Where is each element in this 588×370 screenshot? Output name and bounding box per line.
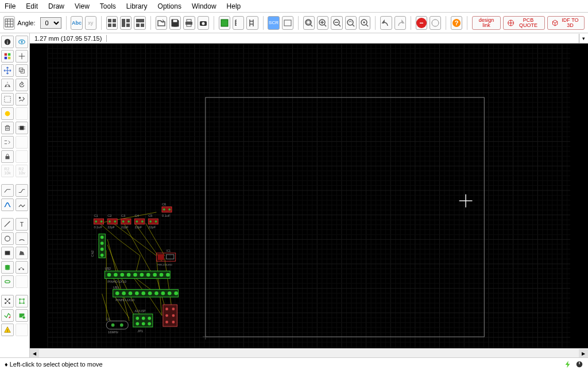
value-tool[interactable]: R210v: [16, 165, 28, 177]
svg-text:CN2: CN2: [91, 250, 94, 256]
menu-options[interactable]: Options: [158, 2, 181, 10]
split-tool[interactable]: [1, 184, 14, 197]
svg-text:C2: C2: [107, 214, 111, 217]
svg-rect-32: [8, 53, 10, 56]
command-input[interactable]: [107, 33, 579, 43]
rect-tool[interactable]: [1, 247, 14, 259]
menu-library[interactable]: Library: [126, 2, 148, 10]
show-tool[interactable]: [16, 36, 28, 48]
copy-tool[interactable]: [16, 64, 28, 77]
hole-tool[interactable]: [1, 275, 14, 288]
attribute-tool[interactable]: [16, 275, 28, 288]
paste-tool[interactable]: [1, 107, 14, 120]
grid-settings-button[interactable]: [3, 16, 15, 30]
menu-window[interactable]: Window: [192, 2, 216, 10]
cam-button[interactable]: [198, 16, 209, 30]
miter-tool[interactable]: [16, 184, 28, 197]
board-button[interactable]: [219, 16, 230, 30]
group-tool[interactable]: [1, 93, 14, 106]
pcb-quote-button[interactable]: PCB QUOTE: [503, 16, 545, 30]
svg-point-324: [142, 317, 145, 320]
auto-tool[interactable]: [16, 295, 28, 307]
help-button[interactable]: ?: [451, 16, 462, 30]
svg-rect-4: [122, 19, 125, 27]
zoom-in-button[interactable]: [317, 16, 328, 30]
angle-select[interactable]: 0: [40, 17, 61, 29]
name-label-button[interactable]: Abc: [71, 16, 82, 30]
open-button[interactable]: [156, 16, 167, 30]
svg-point-263: [114, 220, 117, 223]
idf-3d-button[interactable]: IDF TO 3D: [547, 16, 585, 30]
name-tool[interactable]: R210k: [1, 165, 14, 177]
menu-tools[interactable]: Tools: [100, 2, 116, 10]
menu-view[interactable]: View: [75, 2, 90, 10]
zoom-select-button[interactable]: [359, 16, 370, 30]
text-tool[interactable]: T: [16, 218, 28, 231]
zoom-fit-button[interactable]: [303, 16, 315, 30]
pcb-canvas[interactable]: C10.1uFC222pFC322pFC422pFC522pFC60.1uFU$…: [30, 44, 588, 348]
mirror-tool[interactable]: [1, 79, 14, 91]
align-button[interactable]: [246, 16, 258, 30]
power-icon: [575, 360, 583, 368]
info-tool[interactable]: i: [1, 36, 14, 48]
ripup-tool[interactable]: [16, 198, 28, 211]
add-tool[interactable]: [16, 122, 28, 134]
delete-tool[interactable]: [1, 122, 14, 134]
ratsnest-tool[interactable]: [1, 295, 14, 307]
wire-tool[interactable]: [1, 218, 14, 231]
layout3-button[interactable]: [134, 16, 145, 30]
signal-tool[interactable]: [16, 261, 28, 274]
errors-tool[interactable]: !: [1, 324, 14, 336]
polygon-tool[interactable]: [16, 247, 28, 259]
ruler-button[interactable]: [233, 16, 244, 30]
zoom-redraw-button[interactable]: [345, 16, 357, 30]
horizontal-scrollbar[interactable]: ◀ ▶: [30, 348, 588, 357]
value-label-button[interactable]: xy: [85, 16, 96, 30]
save-button[interactable]: [169, 16, 181, 30]
print-button[interactable]: [183, 16, 195, 30]
gateswap-tool[interactable]: [16, 136, 28, 149]
cut-tool[interactable]: [16, 107, 28, 120]
design-link-button[interactable]: design link: [472, 16, 500, 30]
pinswap-tool[interactable]: [1, 136, 14, 149]
script-button[interactable]: SCR: [268, 16, 279, 30]
svg-point-283: [168, 208, 171, 211]
scroll-left-icon[interactable]: ◀: [30, 349, 39, 357]
arc-tool[interactable]: [16, 232, 28, 245]
svg-text:PINHD-1X10: PINHD-1X10: [115, 298, 134, 302]
mark-tool[interactable]: [16, 50, 28, 63]
menu-bar: File Edit Draw View Tools Library Option…: [0, 0, 588, 13]
stop-button[interactable]: −: [416, 16, 427, 30]
move-tool[interactable]: [1, 64, 14, 77]
menu-file[interactable]: File: [5, 2, 16, 10]
zoom-out-button[interactable]: [331, 16, 342, 30]
svg-line-236: [118, 239, 140, 255]
route-tool[interactable]: [1, 198, 14, 211]
svg-text:JP1: JP1: [137, 329, 143, 333]
drc-tool[interactable]: [16, 309, 28, 322]
via-tool[interactable]: [1, 261, 14, 274]
svg-point-43: [5, 236, 10, 242]
scroll-right-icon[interactable]: ▶: [579, 349, 588, 357]
rotate-tool[interactable]: [16, 79, 28, 91]
run-button[interactable]: [282, 16, 293, 30]
menu-draw[interactable]: Draw: [48, 2, 64, 10]
layers-tool[interactable]: [1, 50, 14, 63]
layout2-button[interactable]: [120, 16, 131, 30]
svg-text:T: T: [20, 221, 24, 228]
smash-tool[interactable]: [16, 150, 28, 163]
undo-button[interactable]: [380, 16, 392, 30]
go-button[interactable]: [430, 16, 441, 30]
menu-edit[interactable]: Edit: [26, 2, 38, 10]
svg-text:22pF: 22pF: [148, 225, 156, 229]
erc-tool[interactable]: [1, 309, 14, 322]
circle-tool[interactable]: [1, 232, 14, 245]
svg-text:IC1: IC1: [167, 250, 171, 252]
layout1-button[interactable]: [106, 16, 118, 30]
command-dropdown[interactable]: ▾: [579, 34, 588, 43]
change-tool[interactable]: [16, 93, 28, 106]
redo-button[interactable]: [394, 16, 406, 30]
svg-point-341: [100, 242, 104, 245]
menu-help[interactable]: Help: [227, 2, 241, 10]
lock-tool[interactable]: [1, 150, 14, 163]
